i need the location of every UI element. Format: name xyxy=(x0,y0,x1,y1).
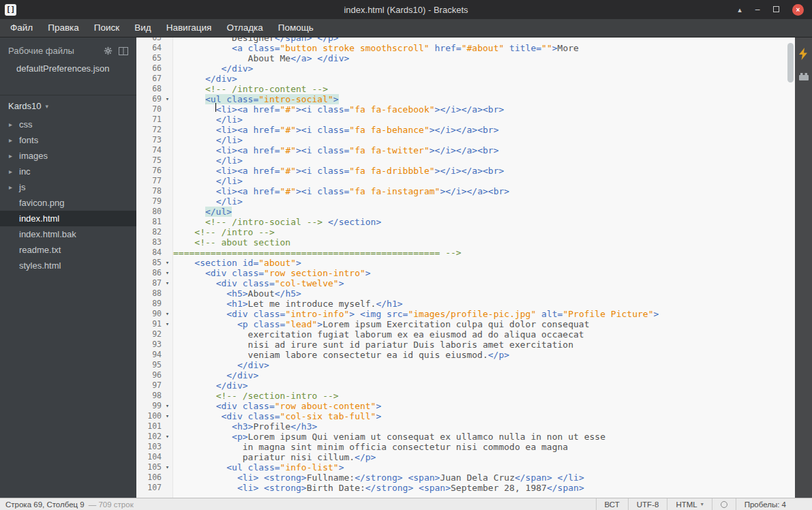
minimize-icon[interactable]: − xyxy=(755,4,760,15)
line-number[interactable]: 87 xyxy=(136,278,162,288)
code-line-82[interactable]: 82 <!-- /intro --> xyxy=(136,227,795,237)
line-number[interactable]: 65 xyxy=(136,53,162,63)
maximize-icon[interactable] xyxy=(773,4,779,15)
lightning-bolt-icon[interactable] xyxy=(798,48,809,60)
line-number[interactable]: 67 xyxy=(136,74,162,84)
line-number[interactable]: 72 xyxy=(136,125,162,135)
code-line-74[interactable]: 74 <li><a href="#"><i class="fa fa-twitt… xyxy=(136,145,795,155)
code-line-86[interactable]: 86▾ <div class="row section-intro"> xyxy=(136,268,795,278)
code-line-78[interactable]: 78 <li><a href="#"><i class="fa fa-insta… xyxy=(136,186,795,196)
line-number[interactable]: 71 xyxy=(136,115,162,125)
folder-arrow-icon[interactable]: ▸ xyxy=(9,136,19,144)
code-line-101[interactable]: 101 <h3>Profile</h3> xyxy=(136,421,795,432)
line-number[interactable]: 100 xyxy=(136,411,162,421)
code-line-72[interactable]: 72 <li><a href="#"><i class="fa fa-behan… xyxy=(136,125,795,135)
code-line-66[interactable]: 66 </div> xyxy=(136,63,795,74)
lego-brick-icon[interactable] xyxy=(798,72,809,81)
line-number[interactable]: 69 xyxy=(136,94,162,104)
code-line-67[interactable]: 67 </div> xyxy=(136,74,795,84)
code-line-102[interactable]: 102▾ <p>Lorem ipsum Qui veniam ut conseq… xyxy=(136,432,795,442)
lint-status[interactable] xyxy=(712,498,736,510)
fold-arrow-icon[interactable]: ▾ xyxy=(162,268,173,278)
line-number[interactable]: 102 xyxy=(136,432,162,442)
insert-mode-indicator[interactable]: ВСТ xyxy=(596,498,628,510)
code-line-63[interactable]: 63 Designer</span> </p> xyxy=(136,38,795,43)
code-line-79[interactable]: 79 </li> xyxy=(136,196,795,207)
fold-arrow-icon[interactable]: ▾ xyxy=(162,319,173,329)
line-number[interactable]: 107 xyxy=(136,483,162,493)
code-line-94[interactable]: 94 veniam labore consectetur ea id quis … xyxy=(136,350,795,360)
line-number[interactable]: 92 xyxy=(136,329,162,340)
line-number[interactable]: 80 xyxy=(136,207,162,217)
code-line-75[interactable]: 75 </li> xyxy=(136,155,795,166)
working-file-defaultpreferences-json[interactable]: defaultPreferences.json xyxy=(0,61,136,76)
code-line-98[interactable]: 98 <!-- /section-intro --> xyxy=(136,391,795,401)
tree-item-favicon-png[interactable]: favicon.png xyxy=(0,195,136,211)
code-line-80[interactable]: 80 </ul> xyxy=(136,207,795,217)
fold-arrow-icon[interactable]: ▾ xyxy=(162,432,173,442)
code-line-83[interactable]: 83 <!-- about section xyxy=(136,237,795,247)
code-line-76[interactable]: 76 <li><a href="#"><i class="fa fa-dribb… xyxy=(136,166,795,176)
code-line-64[interactable]: 64 <a class="button stroke smoothscroll"… xyxy=(136,43,795,53)
code-line-68[interactable]: 68 <!-- /intro-content --> xyxy=(136,84,795,94)
line-number[interactable]: 82 xyxy=(136,227,162,237)
line-number[interactable]: 98 xyxy=(136,391,162,401)
tree-item-readme-txt[interactable]: readme.txt xyxy=(0,242,136,258)
line-number[interactable]: 79 xyxy=(136,196,162,207)
line-number[interactable]: 89 xyxy=(136,299,162,309)
line-number[interactable]: 68 xyxy=(136,84,162,94)
split-view-icon[interactable] xyxy=(119,47,128,55)
line-number[interactable]: 73 xyxy=(136,135,162,145)
fold-arrow-icon[interactable]: ▾ xyxy=(162,309,173,319)
editor[interactable]: 63 Designer</span> </p>64 <a class="butt… xyxy=(136,38,795,498)
code-line-103[interactable]: 103 in magna sint minim officia consecte… xyxy=(136,442,795,452)
line-number[interactable]: 95 xyxy=(136,360,162,370)
menu-item-find[interactable]: Поиск xyxy=(87,19,127,37)
line-number[interactable]: 76 xyxy=(136,166,162,176)
close-icon[interactable]: × xyxy=(792,4,804,16)
line-number[interactable]: 96 xyxy=(136,370,162,380)
code-line-105[interactable]: 105▾ <ul class="info-list"> xyxy=(136,462,795,472)
menu-item-navigate[interactable]: Навигация xyxy=(159,19,220,37)
line-number[interactable]: 77 xyxy=(136,176,162,186)
folder-arrow-icon[interactable]: ▸ xyxy=(9,168,19,175)
tree-item-index-html-bak[interactable]: index.html.bak xyxy=(0,226,136,242)
line-number[interactable]: 97 xyxy=(136,380,162,391)
tree-item-fonts[interactable]: ▸fonts xyxy=(0,132,136,148)
code-line-71[interactable]: 71 </li> xyxy=(136,115,795,125)
fold-arrow-icon[interactable]: ▾ xyxy=(162,462,173,472)
line-number[interactable]: 84 xyxy=(136,247,162,258)
tree-item-css[interactable]: ▸css xyxy=(0,117,136,132)
code-line-69[interactable]: 69▾ <ul class="intro-social"> xyxy=(136,94,795,104)
tree-item-images[interactable]: ▸images xyxy=(0,148,136,164)
menu-item-help[interactable]: Помощь xyxy=(271,19,321,37)
line-number[interactable]: 104 xyxy=(136,452,162,462)
line-number[interactable]: 99 xyxy=(136,401,162,411)
line-number[interactable]: 103 xyxy=(136,442,162,452)
tree-item-js[interactable]: ▸js xyxy=(0,179,136,195)
indent-setting[interactable]: Пробелы: 4 xyxy=(736,498,794,510)
menu-item-view[interactable]: Вид xyxy=(127,19,158,37)
code-line-88[interactable]: 88 <h5>About</h5> xyxy=(136,288,795,299)
code-line-95[interactable]: 95 </div> xyxy=(136,360,795,370)
project-dropdown[interactable]: Kards10 ▾ xyxy=(0,95,136,117)
code-line-90[interactable]: 90▾ <div class="intro-info"> <img src="i… xyxy=(136,309,795,319)
fold-arrow-icon[interactable]: ▾ xyxy=(162,401,173,411)
code-line-106[interactable]: 106 <li> <strong>Fullname:</strong> <spa… xyxy=(136,472,795,483)
gear-icon[interactable] xyxy=(104,46,112,55)
folder-arrow-icon[interactable]: ▸ xyxy=(9,121,19,128)
line-number[interactable]: 93 xyxy=(136,340,162,350)
code-line-99[interactable]: 99▾ <div class="row about-content"> xyxy=(136,401,795,411)
code-line-85[interactable]: 85▾ <section id="about"> xyxy=(136,258,795,268)
line-number[interactable]: 75 xyxy=(136,155,162,166)
code-line-65[interactable]: 65 About Me</a> </div> xyxy=(136,53,795,63)
code-line-73[interactable]: 73 </li> xyxy=(136,135,795,145)
line-number[interactable]: 64 xyxy=(136,43,162,53)
code-line-107[interactable]: 107 <li> <strong>Birth Date:</strong> <s… xyxy=(136,483,795,493)
line-number[interactable]: 70 xyxy=(136,104,162,115)
folder-arrow-icon[interactable]: ▸ xyxy=(9,183,19,191)
fold-arrow-icon[interactable]: ▾ xyxy=(162,278,173,288)
tree-item-styles-html[interactable]: styles.html xyxy=(0,258,136,273)
menu-item-file[interactable]: Файл xyxy=(3,19,40,37)
tree-item-index-html[interactable]: index.html xyxy=(0,211,136,226)
